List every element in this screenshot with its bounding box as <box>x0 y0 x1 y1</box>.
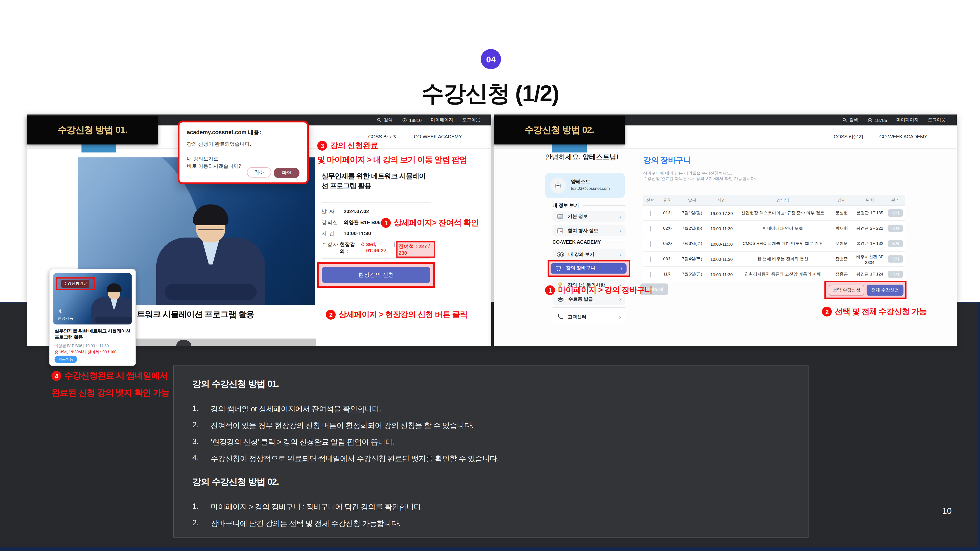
annotation-4-line2: 완료된 신청 강의 뱃지 확인 가능 <box>51 387 169 399</box>
eyes-icon <box>557 252 564 257</box>
annotation-2-right: 2 선택 및 전체 수강신청 가능 <box>822 306 927 317</box>
instructor-photo <box>150 205 272 305</box>
badge-highlight-box: 수강신청완료 <box>56 278 95 291</box>
delete-button[interactable]: 삭제 <box>888 256 903 263</box>
menu-coss-lounge[interactable]: COSS 라운지 <box>834 133 863 140</box>
annotation-1-left: 1 상세페이지> 잔여석 확인 <box>381 218 479 229</box>
profile-name: 양테스트 <box>571 178 590 185</box>
method-02-overlay-title: 수강신청 방법 02. <box>494 116 625 145</box>
chevron-right-icon: › <box>620 265 622 272</box>
menu-coss-lounge[interactable]: COSS 라운지 <box>368 133 398 140</box>
category-tag: 인공지능 <box>55 356 77 363</box>
thumbnail-timer: 39d, 19:39:43 | 잔여석 : 99 / 100 <box>55 350 117 355</box>
mypage-link[interactable]: 마이페이지 <box>431 117 453 123</box>
annotation-2-left: 2 상세페이지 > 현장강의 신청 버튼 클릭 <box>326 309 468 320</box>
robot-avatar-icon <box>553 181 563 191</box>
search-icon <box>377 118 382 122</box>
popup-message-2: 내 강의보기로 <box>187 156 218 162</box>
guide-item: 2.장바구니에 담긴 강의는 선택 및 전체 수강신청 가능합니다. <box>192 519 400 529</box>
search-icon <box>843 118 848 122</box>
apply-all-button[interactable]: 전체 수강신청 <box>867 285 904 296</box>
cart-table-header: 선택회차 날짜시간 강의명강사 위치관리 <box>643 195 905 206</box>
detail-value-room: 의양관 B1F B06 <box>344 219 381 226</box>
id-card-icon <box>557 213 564 220</box>
avatar <box>550 178 566 194</box>
guide-item: 1.마이페이지 > 강의 장바구니 : 장바구니에 담긴 강의를 확인합니다. <box>192 502 423 513</box>
delete-button[interactable]: 삭제 <box>888 210 903 217</box>
mypage-link[interactable]: 마이페이지 <box>896 117 918 123</box>
cart-icon <box>555 265 562 272</box>
logo-tab <box>552 144 587 152</box>
row-checkbox[interactable] <box>650 256 651 262</box>
thumbnail-image: 인공지능 수강신청완료 <box>53 273 132 324</box>
menu-coweek-academy[interactable]: CO-WEEK ACADEMY <box>879 134 928 140</box>
greeting-text: 안녕하세요, 양테스트님! <box>545 152 618 162</box>
sidebar-section-coweek: CO-WEEK ACADEMY <box>552 240 625 245</box>
enrollment-complete-badge: 수강신청완료 <box>61 280 90 288</box>
guide-item: 2.잔여석이 있을 경우 현장강의 신청 버튼이 활성화되어 강의 신청을 할 … <box>192 421 473 431</box>
cart-table: 선택회차 날짜시간 강의명강사 위치관리 01차7월1일(월) 16:00-17… <box>643 195 905 283</box>
row-checkbox[interactable] <box>650 272 651 277</box>
graduation-cap-icon <box>557 296 564 302</box>
cart-heading: 강의 장바구니 <box>643 155 691 166</box>
pipe-divider: | <box>394 241 395 258</box>
popup-confirm-button[interactable]: 확인 <box>274 168 300 178</box>
detail-label-date: 날 짜 <box>322 208 344 215</box>
cart-desc-2: 수강신청 완료된 과목은 <내 강의보기>에서 확인 가능합니다. <box>643 176 756 182</box>
cart-table-row: 11차7월5일(금) 10:00-11:30친환경자동차 종류와 고전압 계통의… <box>643 267 905 283</box>
sidebar-section-myinfo: 내 정보 보기 <box>552 202 625 209</box>
popup-message-1: 강의 신청이 완료되었습니다. <box>187 141 251 148</box>
sidebar-item-event-info[interactable]: 참여 행사 정보› <box>552 225 625 237</box>
detail-timer: 39d, 01:46:27 <box>366 241 392 258</box>
eye-icon <box>867 117 873 123</box>
cart-table-row: 02차7월2일(화) 10:00-11:30빅데이터와 언어 모델 박재휘봉경관… <box>643 221 905 237</box>
sidebar-item-basic-info[interactable]: 기본 정보› <box>552 211 625 222</box>
delete-button[interactable]: 삭제 <box>888 271 903 278</box>
cart-table-row: 08차7월4일(목) 10:00-11:30한 번에 배우는 전파와 통신 장병… <box>643 252 905 267</box>
popup-cancel-button[interactable]: 취소 <box>247 167 272 178</box>
instructor-photo-small <box>105 283 123 324</box>
sidebar-divider <box>552 307 625 308</box>
divider <box>322 202 431 203</box>
category-overlay-label: 인공지능 <box>57 308 73 322</box>
logout-link[interactable]: 로그아웃 <box>928 117 946 123</box>
detail-title: 실무인재를 위한 네트워크 시뮬레이션 프로그램 활용 <box>322 171 431 191</box>
onsite-lecture-apply-button[interactable]: 현장강의 신청 <box>322 267 430 283</box>
search-button[interactable]: 검색 <box>377 117 393 123</box>
thumbnail-title: 실무인재를 위한 네트워크 시뮬레이션 프로그램 활용 <box>55 328 130 341</box>
row-checkbox[interactable] <box>650 225 651 231</box>
guide-item: 3.‘현장강의 신청’ 클릭 > 강의 신청완료 알림 팝업이 뜹니다. <box>192 437 395 448</box>
cart-table-row: 05차7월3일(수) 10:00-11:30CMOS RFIC 설계를 위한 반… <box>643 236 905 252</box>
delete-button[interactable]: 삭제 <box>888 240 903 247</box>
calendar-icon <box>557 227 564 234</box>
navy-bottom-strip <box>0 547 980 551</box>
detail-attendee-prefix: 현장강의 : <box>340 241 359 258</box>
view-count: 18785 <box>867 117 887 123</box>
search-button[interactable]: 검색 <box>843 117 858 123</box>
logout-link[interactable]: 로그아웃 <box>462 117 480 123</box>
apply-buttons-highlight-box: 선택 수강신청 전체 수강신청 <box>824 281 907 299</box>
annotation-number-3: 3 <box>317 141 327 151</box>
apply-selected-button[interactable]: 선택 수강신청 <box>829 285 864 296</box>
guide-item: 4.수강신청이 정상적으로 완료되면 썸네일에서 수강신청 완료된 뱃지를 확인… <box>192 454 499 464</box>
timer-icon <box>361 242 365 247</box>
row-checkbox[interactable] <box>650 241 651 247</box>
profile-card: 양테스트 test03@cossnet.com <box>545 173 625 198</box>
delete-button[interactable]: 삭제 <box>888 225 903 232</box>
sidebar-item-customer-center[interactable]: 고객센터› <box>552 311 625 323</box>
view-count: 18810 <box>402 117 422 123</box>
chevron-right-icon: › <box>619 227 621 233</box>
cart-menu-highlight-box: 강의 장바구니› <box>547 260 630 277</box>
sidebar-item-lecture-cart[interactable]: 강의 장바구니› <box>551 263 627 273</box>
cart-desc-1: 장바구니에 내가 담은 강의들을 수강신청하세요. <box>643 170 732 176</box>
logo-tab <box>81 144 117 152</box>
annotation-number-1: 1 <box>545 285 555 295</box>
menu-coweek-academy[interactable]: CO-WEEK ACADEMY <box>414 134 462 140</box>
row-checkbox[interactable] <box>650 210 651 216</box>
detail-label-attendee: 수강자 <box>322 241 340 258</box>
course-thumbnail-card[interactable]: 인공지능 수강신청완료 실무인재를 위한 네트워크 시뮬레이션 프로그램 활용 … <box>49 269 136 366</box>
slide: 04 수강신청 (1/2) 10 검색 18810 마이페이지 로그아웃 COS… <box>0 0 980 551</box>
sidebar-item-my-lectures[interactable]: 내 강의 보기› <box>552 249 625 260</box>
popup-title: academy.cossnet.com 내용: <box>187 129 261 137</box>
instruction-panel: 강의 수강신청 방법 01. 1.강의 썸네일 or 상세페이지에서 잔여석을 … <box>173 365 809 538</box>
